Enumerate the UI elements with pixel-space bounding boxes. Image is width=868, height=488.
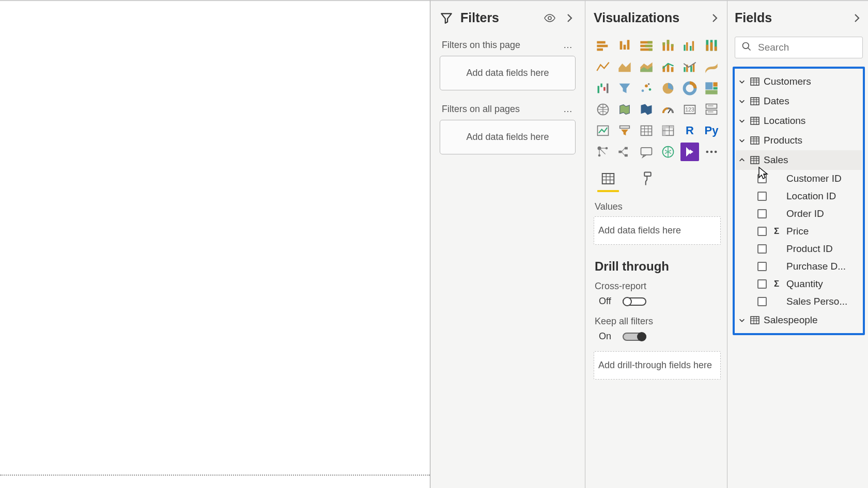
viz-python-visual[interactable]: Py: [702, 121, 721, 140]
svg-rect-2: [597, 45, 608, 48]
viz-funnel[interactable]: [615, 79, 634, 98]
table-row[interactable]: Products: [736, 131, 862, 150]
svg-rect-98: [751, 78, 759, 85]
field-checkbox[interactable]: [757, 192, 767, 201]
table-name: Sales: [764, 154, 788, 166]
svg-line-78: [599, 148, 606, 154]
viz-table[interactable]: [637, 121, 656, 140]
viz-shape-map[interactable]: [637, 100, 656, 119]
filters-all-dropzone[interactable]: Add data fields here: [440, 120, 576, 154]
viz-gauge[interactable]: [659, 100, 677, 119]
viz-stacked-bar[interactable]: [594, 37, 612, 55]
cross-report-toggle[interactable]: [623, 297, 646, 306]
table-row[interactable]: Dates: [736, 91, 862, 111]
chevron-up-icon: [738, 156, 746, 164]
values-dropzone[interactable]: Add data fields here: [594, 216, 721, 245]
field-row[interactable]: ΣQuantity: [736, 275, 862, 293]
viz-multi-row-card[interactable]: [702, 100, 721, 119]
collapse-filters-icon[interactable]: [563, 12, 576, 24]
filters-title: Filters: [460, 10, 536, 25]
svg-rect-21: [671, 44, 674, 47]
svg-rect-57: [706, 104, 717, 108]
svg-rect-9: [627, 40, 630, 50]
tab-underline: [597, 190, 619, 192]
viz-paginated-report[interactable]: [659, 143, 677, 161]
field-checkbox[interactable]: [757, 174, 767, 183]
viz-ribbon[interactable]: [702, 58, 721, 76]
viz-key-influencers[interactable]: [594, 143, 612, 161]
filters-page-more-icon[interactable]: …: [563, 40, 574, 51]
viz-stacked-bar-100[interactable]: [637, 37, 656, 55]
viz-qna[interactable]: [637, 143, 656, 161]
table-row[interactable]: Locations: [736, 111, 862, 131]
viz-decomposition-tree[interactable]: [615, 143, 634, 161]
field-name: Customer ID: [786, 173, 842, 184]
toggle-visibility-icon[interactable]: [544, 12, 556, 24]
viz-slicer[interactable]: [615, 121, 634, 140]
svg-line-82: [622, 148, 625, 152]
visualizations-title: Visualizations: [594, 10, 679, 25]
svg-rect-118: [751, 156, 759, 164]
table-row[interactable]: Salespeople: [736, 310, 862, 330]
fields-search-input[interactable]: [758, 42, 856, 53]
field-checkbox[interactable]: [757, 244, 767, 254]
svg-rect-62: [620, 126, 630, 129]
viz-area[interactable]: [615, 58, 634, 76]
field-row[interactable]: ΣPrice: [736, 223, 862, 240]
chevron-down-icon: [738, 316, 746, 324]
filters-all-more-icon[interactable]: …: [563, 104, 574, 115]
keep-filters-toggle[interactable]: [623, 333, 646, 341]
viz-stacked-column-100[interactable]: [702, 37, 721, 55]
field-row[interactable]: ΣLocation ID: [736, 187, 862, 205]
field-row[interactable]: ΣProduct ID: [736, 240, 862, 258]
viz-line-clustered-column[interactable]: [680, 58, 699, 76]
viz-stacked-column[interactable]: [659, 37, 677, 55]
filters-page-dropzone[interactable]: Add data fields here: [440, 56, 576, 90]
field-row[interactable]: ΣCustomer ID: [736, 170, 862, 187]
field-checkbox[interactable]: [757, 279, 767, 289]
viz-waterfall[interactable]: [594, 79, 612, 98]
field-row[interactable]: ΣOrder ID: [736, 205, 862, 223]
viz-matrix[interactable]: [659, 121, 677, 140]
svg-rect-80: [625, 147, 628, 150]
table-row[interactable]: Customers: [736, 72, 862, 91]
viz-line[interactable]: [594, 58, 612, 76]
viz-stacked-area[interactable]: [637, 58, 656, 76]
viz-powerapps[interactable]: [680, 143, 699, 161]
viz-card[interactable]: 123: [680, 100, 699, 119]
svg-point-89: [715, 151, 717, 153]
report-canvas[interactable]: [0, 0, 430, 488]
fields-search[interactable]: [735, 37, 863, 58]
svg-rect-34: [671, 67, 674, 72]
viz-line-stacked-column[interactable]: [659, 58, 677, 76]
field-row[interactable]: ΣSales Perso...: [736, 293, 862, 310]
collapse-fields-icon[interactable]: [850, 12, 863, 24]
viz-pie[interactable]: [659, 79, 677, 98]
viz-map[interactable]: [594, 100, 612, 119]
viz-r-visual[interactable]: R: [680, 121, 699, 140]
field-checkbox[interactable]: [757, 227, 767, 236]
viz-filled-map[interactable]: [615, 100, 634, 119]
viz-treemap[interactable]: [702, 79, 721, 98]
format-tab[interactable]: [636, 168, 657, 189]
svg-rect-23: [686, 42, 688, 51]
field-row[interactable]: ΣPurchase D...: [736, 258, 862, 275]
viz-clustered-bar[interactable]: [615, 37, 634, 55]
drill-through-dropzone[interactable]: Add drill-through fields here: [594, 351, 721, 380]
viz-donut[interactable]: [680, 79, 699, 98]
field-checkbox[interactable]: [757, 262, 767, 271]
table-name: Salespeople: [764, 314, 818, 326]
viz-more[interactable]: [702, 143, 721, 161]
table-row[interactable]: Sales: [736, 150, 862, 170]
viz-clustered-column[interactable]: [680, 37, 699, 55]
svg-point-45: [649, 88, 652, 91]
table-name: Customers: [764, 76, 811, 87]
table-icon: [750, 116, 760, 125]
collapse-visualizations-icon[interactable]: [708, 12, 721, 24]
field-checkbox[interactable]: [757, 209, 767, 218]
fields-tab[interactable]: [598, 168, 618, 189]
viz-scatter[interactable]: [637, 79, 656, 98]
svg-rect-17: [663, 42, 665, 45]
viz-kpi[interactable]: [594, 121, 612, 140]
field-checkbox[interactable]: [757, 297, 767, 306]
